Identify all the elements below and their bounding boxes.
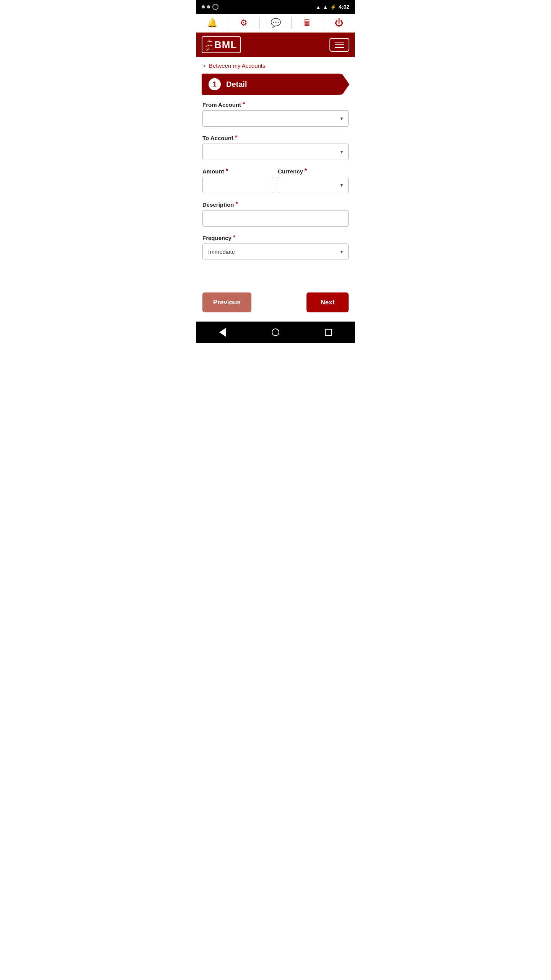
menu-button[interactable] <box>329 38 349 52</box>
back-button[interactable] <box>219 328 226 337</box>
hamburger-line3 <box>335 47 344 48</box>
clock: 4:02 <box>339 4 349 10</box>
amount-required: * <box>226 168 228 175</box>
status-right: ▲ ▲ ⚡ 4:02 <box>316 4 349 10</box>
header: بنك مصر لبنان BML <box>196 33 355 57</box>
breadcrumb[interactable]: > Between my Accounts <box>196 57 355 72</box>
step-number: 1 <box>209 78 221 90</box>
frequency-label: Frequency * <box>202 234 349 241</box>
description-input[interactable] <box>202 210 349 227</box>
signal-dot1 <box>202 5 205 8</box>
signal-icon: ▲ <box>323 4 328 10</box>
to-account-required: * <box>235 134 237 141</box>
from-account-label: From Account * <box>202 101 349 108</box>
top-icon-bar: 🔔 ⚙ 💬 🖩 ⏻ <box>196 14 355 33</box>
home-button[interactable] <box>272 328 279 336</box>
step-header: 1 Detail <box>202 74 349 95</box>
description-label: Description * <box>202 201 349 208</box>
to-account-select[interactable] <box>202 144 349 160</box>
currency-select-wrapper <box>278 177 349 193</box>
logo-box: بنك مصر لبنان BML <box>202 36 241 53</box>
step-title: Detail <box>226 80 247 89</box>
currency-select[interactable] <box>278 177 349 193</box>
description-required: * <box>236 201 238 208</box>
to-account-label: To Account * <box>202 134 349 141</box>
hamburger-line1 <box>335 42 344 42</box>
hamburger-line2 <box>335 44 344 45</box>
battery-icon: ⚡ <box>330 4 336 10</box>
currency-label: Currency * <box>278 168 349 175</box>
home-icon <box>272 328 279 336</box>
wifi-icon: ▲ <box>316 4 321 10</box>
next-button[interactable]: Next <box>306 292 349 312</box>
button-row: Previous Next <box>196 286 355 322</box>
frequency-select-wrapper: Immediate Scheduled Recurring <box>202 243 349 260</box>
description-group: Description * <box>202 201 349 227</box>
bottom-nav <box>196 322 355 343</box>
amount-input[interactable] <box>202 177 273 193</box>
recent-icon <box>325 329 332 336</box>
from-account-select[interactable] <box>202 110 349 127</box>
currency-group: Currency * <box>278 168 349 193</box>
form-content: From Account * To Account * Amount * <box>196 101 355 286</box>
recent-button[interactable] <box>325 329 332 336</box>
to-account-group: To Account * <box>202 134 349 160</box>
amount-group: Amount * <box>202 168 273 193</box>
from-account-group: From Account * <box>202 101 349 127</box>
amount-currency-row: Amount * Currency * <box>202 168 349 201</box>
amount-label: Amount * <box>202 168 273 175</box>
logo-bml-text: BML <box>214 39 237 51</box>
to-account-select-wrapper <box>202 144 349 160</box>
calculator-icon[interactable]: 🖩 <box>292 18 323 28</box>
power-icon[interactable]: ⏻ <box>323 18 355 28</box>
back-icon <box>219 328 226 337</box>
from-account-select-wrapper <box>202 110 349 127</box>
status-bar: ▲ ▲ ⚡ 4:02 <box>196 0 355 14</box>
logo-arabic-text: بنك مصر لبنان <box>205 39 213 51</box>
camera-icon <box>212 4 218 10</box>
previous-button[interactable]: Previous <box>202 292 251 312</box>
frequency-required: * <box>233 234 235 241</box>
signal-dot2 <box>207 5 210 8</box>
frequency-select[interactable]: Immediate Scheduled Recurring <box>202 243 349 260</box>
breadcrumb-arrow: > <box>202 62 206 69</box>
from-account-required: * <box>243 101 245 108</box>
logo-area: بنك مصر لبنان BML <box>202 36 241 53</box>
gear-icon[interactable]: ⚙ <box>228 18 259 28</box>
currency-required: * <box>305 168 307 175</box>
frequency-group: Frequency * Immediate Scheduled Recurrin… <box>202 234 349 260</box>
chat-icon[interactable]: 💬 <box>260 18 291 28</box>
breadcrumb-text: Between my Accounts <box>209 62 266 69</box>
status-left <box>202 4 218 10</box>
bell-icon[interactable]: 🔔 <box>196 18 228 28</box>
